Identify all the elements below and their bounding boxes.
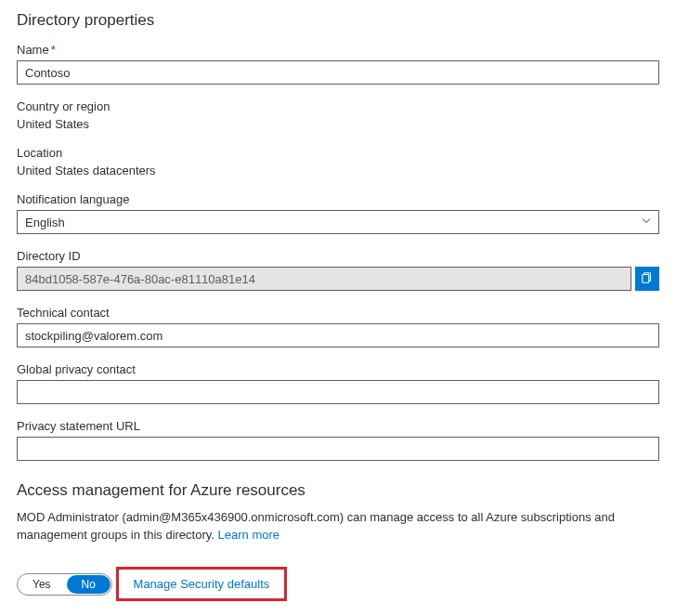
notification-language-field: Notification language English: [17, 192, 659, 234]
privacy-statement-url-field: Privacy statement URL: [17, 419, 659, 461]
country-field: Country or region United States: [17, 99, 659, 131]
learn-more-link[interactable]: Learn more: [218, 528, 280, 542]
location-value: United States datacenters: [17, 164, 659, 177]
access-management-description: MOD Administrator (admin@M365x436900.onm…: [17, 509, 659, 544]
copy-icon: [641, 271, 654, 287]
notification-language-select[interactable]: English: [17, 210, 659, 234]
global-privacy-contact-input[interactable]: [17, 380, 659, 404]
global-privacy-contact-field: Global privacy contact: [17, 362, 659, 404]
technical-contact-input[interactable]: [17, 323, 659, 347]
country-value: United States: [17, 117, 659, 131]
access-management-toggle[interactable]: Yes No: [17, 573, 112, 596]
directory-properties-heading: Directory properties: [17, 11, 659, 30]
toggle-yes[interactable]: Yes: [18, 574, 66, 595]
manage-security-defaults-link[interactable]: Manage Security defaults: [134, 577, 270, 591]
copy-directory-id-button[interactable]: [635, 267, 659, 291]
notification-language-label: Notification language: [17, 192, 659, 206]
name-input[interactable]: [17, 60, 659, 85]
directory-id-field: Directory ID: [17, 249, 659, 291]
access-management-heading: Access management for Azure resources: [17, 481, 659, 500]
name-label: Name*: [17, 43, 659, 57]
location-label: Location: [17, 146, 659, 160]
directory-id-label: Directory ID: [17, 249, 659, 263]
svg-rect-1: [643, 274, 649, 282]
technical-contact-label: Technical contact: [17, 306, 659, 320]
global-privacy-contact-label: Global privacy contact: [17, 362, 659, 376]
name-field: Name*: [17, 43, 659, 85]
toggle-no[interactable]: No: [67, 575, 110, 594]
location-field: Location United States datacenters: [17, 146, 659, 177]
directory-id-input[interactable]: [17, 267, 631, 291]
technical-contact-field: Technical contact: [17, 306, 659, 347]
privacy-statement-url-input[interactable]: [17, 437, 659, 461]
privacy-statement-url-label: Privacy statement URL: [17, 419, 659, 433]
manage-security-defaults-highlight: Manage Security defaults: [116, 567, 288, 601]
country-label: Country or region: [17, 99, 659, 113]
